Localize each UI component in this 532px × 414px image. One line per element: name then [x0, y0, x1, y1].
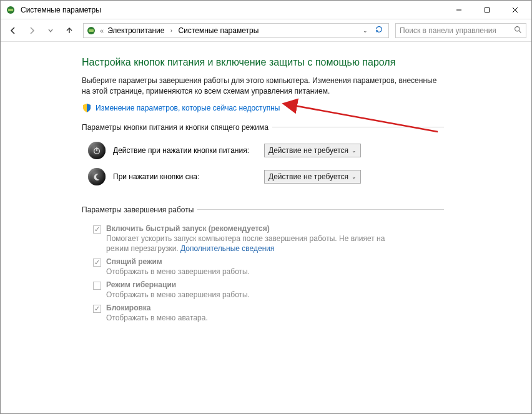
lock-checkbox	[93, 305, 101, 313]
sleep-button-row: При нажатии кнопки сна: Действие не треб…	[88, 168, 444, 185]
shield-icon	[82, 103, 92, 113]
sleep-icon	[88, 168, 106, 185]
power-button-value: Действие не требуется	[268, 146, 348, 155]
sleep-mode-label: Спящий режим	[106, 257, 250, 266]
recent-locations-button[interactable]	[43, 23, 58, 38]
sleep-button-select[interactable]: Действие не требуется ⌄	[264, 170, 361, 184]
close-button[interactable]	[501, 1, 529, 19]
breadcrumb-sep: «	[99, 27, 105, 34]
fast-startup-sub: Помогает ускорить запуск компьютера посл…	[106, 234, 406, 254]
fast-startup-checkbox	[93, 225, 101, 234]
power-options-icon	[6, 5, 16, 15]
minimize-button[interactable]	[445, 1, 473, 19]
chevron-down-icon: ⌄	[352, 147, 357, 154]
sleep-mode-checkbox	[93, 259, 101, 267]
fast-startup-row: Включить быстрый запуск (рекомендуется) …	[93, 224, 444, 254]
change-unavailable-row: Изменение параметров, которые сейчас нед…	[82, 103, 444, 113]
lock-label: Блокировка	[106, 303, 208, 312]
up-button[interactable]	[62, 23, 77, 38]
breadcrumb-item-system-params[interactable]: Системные параметры	[179, 26, 259, 35]
shutdown-group: Параметры завершения работы Включить быс…	[82, 205, 444, 325]
change-unavailable-link[interactable]: Изменение параметров, которые сейчас нед…	[96, 104, 280, 112]
navbar: « Электропитание › Системные параметры ⌄…	[1, 19, 531, 42]
sleep-button-value: Действие не требуется	[268, 172, 348, 181]
window-title: Системные параметры	[21, 6, 445, 14]
page-description: Выберите параметры завершения работы для…	[82, 76, 444, 97]
sleep-mode-sub: Отображать в меню завершения работы.	[106, 267, 250, 277]
sleep-mode-row: Спящий режим Отображать в меню завершени…	[93, 257, 444, 277]
chevron-right-icon[interactable]: ›	[167, 27, 176, 34]
power-button-select[interactable]: Действие не требуется ⌄	[264, 144, 361, 157]
content-area: Настройка кнопок питания и включение защ…	[1, 42, 531, 413]
power-button-row: Действие при нажатии кнопки питания: Дей…	[88, 142, 444, 159]
back-button[interactable]	[6, 23, 21, 38]
breadcrumb-dropdown-icon[interactable]: ⌄	[361, 27, 370, 34]
hibernate-checkbox	[93, 282, 101, 290]
svg-rect-2	[13, 9, 14, 11]
fast-startup-more-link[interactable]: Дополнительные сведения	[180, 244, 274, 253]
power-options-small-icon	[86, 26, 96, 36]
breadcrumb-item-power[interactable]: Электропитание	[107, 26, 164, 35]
shutdown-legend: Параметры завершения работы	[82, 205, 197, 214]
lock-sub: Отображать в меню аватара.	[106, 313, 208, 323]
power-sleep-group: Параметры кнопки питания и кнопки спящег…	[82, 123, 444, 194]
hibernate-label: Режим гибернации	[106, 280, 250, 289]
page-heading: Настройка кнопок питания и включение защ…	[82, 57, 444, 68]
svg-point-9	[515, 26, 520, 31]
hibernate-sub: Отображать в меню завершения работы.	[106, 290, 250, 300]
maximize-button[interactable]	[473, 1, 501, 19]
hibernate-row: Режим гибернации Отображать в меню завер…	[93, 280, 444, 300]
sleep-button-label: При нажатии кнопки сна:	[113, 172, 257, 181]
search-placeholder: Поиск в панели управления	[400, 26, 496, 35]
power-button-label: Действие при нажатии кнопки питания:	[113, 146, 257, 155]
window-controls	[445, 1, 529, 19]
svg-line-10	[519, 31, 521, 32]
breadcrumb[interactable]: « Электропитание › Системные параметры ⌄	[83, 23, 389, 38]
power-icon	[88, 142, 106, 159]
refresh-button[interactable]	[372, 25, 386, 36]
titlebar: Системные параметры	[1, 1, 531, 19]
svg-rect-8	[89, 29, 94, 32]
svg-rect-1	[8, 9, 13, 11]
search-icon	[514, 26, 522, 36]
chevron-down-icon: ⌄	[352, 174, 357, 180]
fast-startup-label: Включить быстрый запуск (рекомендуется)	[106, 224, 406, 233]
power-sleep-legend: Параметры кнопки питания и кнопки спящег…	[82, 123, 272, 132]
lock-row: Блокировка Отображать в меню аватара.	[93, 303, 444, 323]
forward-button[interactable]	[24, 23, 39, 38]
search-input[interactable]: Поиск в панели управления	[395, 23, 526, 38]
svg-rect-4	[485, 7, 489, 12]
